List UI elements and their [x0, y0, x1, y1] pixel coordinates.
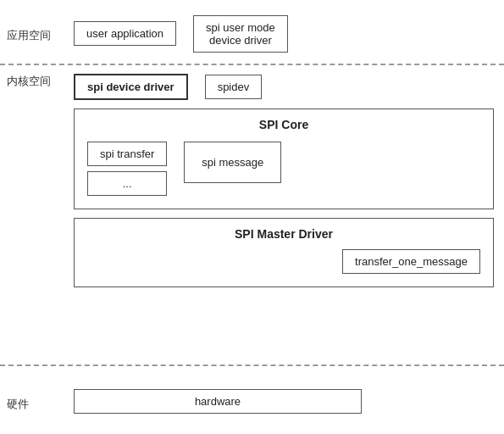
spi-master-title: SPI Master Driver	[87, 227, 480, 241]
spi-message-box: spi message	[184, 142, 281, 183]
app-space-label: 应用空间	[0, 19, 64, 43]
diagram: 应用空间 user application spi user mode devi…	[0, 0, 504, 434]
spi-core-container: SPI Core spi transfer ... spi message	[74, 108, 494, 209]
spi-master-container: SPI Master Driver transfer_one_message	[74, 218, 494, 287]
spi-user-mode-box: spi user mode device driver	[193, 15, 288, 53]
kernel-section-content: spi device driver spidev SPI Core spi tr…	[64, 65, 504, 296]
hardware-section-content: hardware	[64, 381, 504, 420]
app-section-content: user application spi user mode device dr…	[64, 5, 504, 59]
spidev-box: spidev	[205, 75, 263, 99]
spi-core-title: SPI Core	[87, 118, 480, 131]
kernel-space-label: 内核空间	[0, 65, 64, 89]
kernel-section: 内核空间 spi device driver spidev SPI Core s…	[0, 65, 504, 364]
spi-core-inner: spi transfer ... spi message	[87, 142, 480, 196]
spi-transfer-box: spi transfer	[87, 142, 167, 166]
kernel-top-row: spi device driver spidev	[74, 74, 494, 100]
user-application-box: user application	[74, 21, 176, 46]
app-section: 应用空间 user application spi user mode devi…	[0, 0, 504, 64]
spi-core-left: spi transfer ...	[87, 142, 167, 196]
transfer-one-message-box: transfer_one_message	[342, 249, 480, 274]
spi-device-driver-box: spi device driver	[74, 74, 188, 100]
hardware-space-label: 硬件	[0, 388, 64, 412]
hardware-box: hardware	[74, 389, 362, 414]
hardware-section: 硬件 hardware	[0, 366, 504, 434]
spi-master-inner: transfer_one_message	[87, 249, 480, 274]
spi-ellipsis-box: ...	[87, 171, 167, 196]
